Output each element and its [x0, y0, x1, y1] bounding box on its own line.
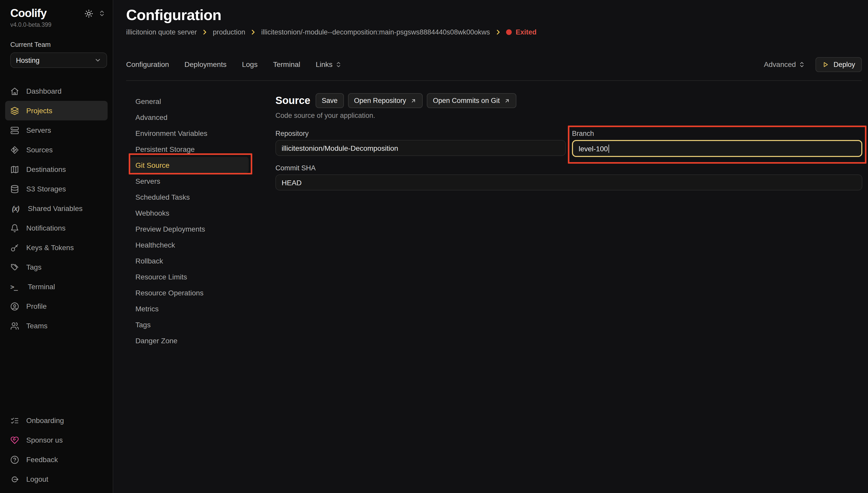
- tabs-divider: [126, 80, 862, 81]
- repository-field: Repository illicitestonion/Module-Decomp…: [275, 130, 566, 157]
- deploy-button[interactable]: Deploy: [816, 57, 862, 72]
- branch-input[interactable]: level-100: [572, 140, 862, 157]
- settings-item-tags[interactable]: Tags: [130, 317, 249, 333]
- commit-sha-field: Commit SHA HEAD: [275, 164, 862, 190]
- home-icon: [10, 87, 19, 95]
- terminal-icon: >_: [10, 283, 21, 291]
- status-label: Exited: [515, 28, 536, 36]
- sidebar-nav: Dashboard Projects Servers Sources Desti…: [0, 81, 113, 336]
- settings-nav: General Advanced Environment Variables P…: [126, 93, 261, 348]
- save-button[interactable]: Save: [316, 93, 344, 108]
- commit-sha-input[interactable]: HEAD: [275, 174, 862, 190]
- help-circle-icon: [10, 455, 19, 464]
- current-team-label: Current Team: [10, 41, 106, 48]
- text-cursor: [609, 144, 609, 153]
- git-source-form: Source Save Open Repository Open Commits…: [275, 93, 862, 348]
- branch-field: Branch level-100: [572, 130, 862, 157]
- app-logo: Coolify: [10, 7, 47, 20]
- chevrons-up-down-icon: [799, 61, 805, 68]
- tab-logs[interactable]: Logs: [242, 60, 258, 68]
- settings-item-scheduled-tasks[interactable]: Scheduled Tasks: [130, 189, 249, 205]
- commit-sha-label: Commit SHA: [275, 164, 862, 172]
- list-checks-icon: [10, 416, 19, 425]
- repository-input[interactable]: illicitestonion/Module-Decomposition: [275, 140, 566, 156]
- sidebar-item-servers[interactable]: Servers: [5, 121, 108, 140]
- sidebar-item-tags[interactable]: Tags: [5, 257, 108, 277]
- layers-icon: [10, 106, 19, 115]
- sidebar-item-keys-tokens[interactable]: Keys & Tokens: [5, 238, 108, 257]
- breadcrumb-application[interactable]: illicitestonion/-module--decomposition:m…: [261, 28, 490, 36]
- tab-configuration[interactable]: Configuration: [126, 60, 169, 68]
- key-icon: [10, 243, 19, 252]
- theme-toggle-sun-icon[interactable]: [84, 9, 93, 18]
- open-commits-button[interactable]: Open Commits on Git: [427, 93, 516, 108]
- users-icon: [10, 321, 19, 330]
- team-select[interactable]: Hosting: [10, 52, 107, 68]
- settings-item-resource-operations[interactable]: Resource Operations: [130, 284, 249, 301]
- heart-handshake-icon: [10, 436, 19, 444]
- logout-icon: [10, 475, 19, 484]
- settings-item-resource-limits[interactable]: Resource Limits: [130, 269, 249, 284]
- sidebar-item-onboarding[interactable]: Onboarding: [5, 411, 108, 430]
- settings-item-danger-zone[interactable]: Danger Zone: [130, 333, 249, 348]
- sidebar-item-sources[interactable]: Sources: [5, 140, 108, 159]
- settings-item-preview-deployments[interactable]: Preview Deployments: [130, 221, 249, 237]
- chevron-right-icon: [202, 29, 208, 36]
- settings-item-metrics[interactable]: Metrics: [130, 301, 249, 317]
- sidebar-item-destinations[interactable]: Destinations: [5, 159, 108, 179]
- sidebar: Coolify v4.0.0-beta.399 Current Team Hos…: [0, 0, 113, 493]
- server-icon: [10, 126, 19, 134]
- breadcrumb-project[interactable]: illicitonion quote server: [126, 28, 197, 36]
- theme-selector-chevrons-icon[interactable]: [98, 10, 106, 17]
- branch-label: Branch: [572, 130, 862, 137]
- settings-item-webhooks[interactable]: Webhooks: [130, 205, 249, 221]
- settings-item-environment-variables[interactable]: Environment Variables: [130, 125, 249, 141]
- breadcrumb: illicitonion quote server production ill…: [126, 28, 868, 36]
- arrow-up-right-icon: [410, 98, 417, 104]
- chevrons-up-down-icon: [335, 61, 342, 68]
- settings-item-general[interactable]: General: [130, 93, 249, 109]
- status-dot-icon: [506, 29, 511, 35]
- parens-x-icon: (x): [10, 205, 21, 212]
- sidebar-item-projects[interactable]: Projects: [5, 101, 108, 121]
- tab-links[interactable]: Links: [316, 60, 342, 68]
- git-source-icon: [10, 145, 19, 154]
- settings-item-servers[interactable]: Servers: [130, 173, 249, 189]
- tab-terminal[interactable]: Terminal: [273, 60, 300, 68]
- advanced-dropdown[interactable]: Advanced: [764, 60, 805, 68]
- sidebar-item-dashboard[interactable]: Dashboard: [5, 81, 108, 101]
- sidebar-item-profile[interactable]: Profile: [5, 296, 108, 316]
- user-circle-icon: [10, 302, 19, 310]
- section-title: Source: [275, 95, 311, 107]
- settings-item-healthcheck[interactable]: Healthcheck: [130, 237, 249, 253]
- main-area: Configuration illicitonion quote server …: [113, 0, 868, 493]
- status-badge: Exited: [506, 28, 536, 36]
- play-icon: [822, 61, 829, 68]
- arrow-up-right-icon: [504, 98, 510, 104]
- repository-label: Repository: [275, 130, 566, 137]
- tab-deployments[interactable]: Deployments: [185, 60, 227, 68]
- sidebar-item-logout[interactable]: Logout: [5, 469, 108, 489]
- sidebar-item-feedback[interactable]: Feedback: [5, 450, 108, 469]
- settings-item-rollback[interactable]: Rollback: [130, 253, 249, 269]
- open-repository-button[interactable]: Open Repository: [348, 93, 423, 108]
- sidebar-item-terminal[interactable]: >_ Terminal: [5, 277, 108, 296]
- page-title: Configuration: [126, 7, 868, 24]
- settings-item-advanced[interactable]: Advanced: [130, 109, 249, 125]
- chevron-right-icon: [494, 29, 501, 36]
- sidebar-item-s3-storages[interactable]: S3 Storages: [5, 179, 108, 199]
- tabs-row: Configuration Deployments Logs Terminal …: [126, 57, 868, 71]
- coolify-app: Coolify v4.0.0-beta.399 Current Team Hos…: [0, 0, 868, 493]
- chevron-right-icon: [250, 29, 257, 36]
- sidebar-item-notifications[interactable]: Notifications: [5, 218, 108, 238]
- database-icon: [10, 185, 19, 193]
- sidebar-item-teams[interactable]: Teams: [5, 316, 108, 336]
- sidebar-item-sponsor-us[interactable]: Sponsor us: [5, 430, 108, 450]
- tags-icon: [10, 263, 19, 272]
- breadcrumb-environment[interactable]: production: [213, 28, 245, 36]
- section-description: Code source of your application.: [275, 112, 862, 120]
- app-version: v4.0.0-beta.399: [10, 22, 106, 28]
- sidebar-item-shared-variables[interactable]: (x) Shared Variables: [5, 199, 108, 218]
- settings-item-git-source[interactable]: Git Source: [130, 157, 249, 173]
- settings-item-persistent-storage[interactable]: Persistent Storage: [130, 141, 249, 157]
